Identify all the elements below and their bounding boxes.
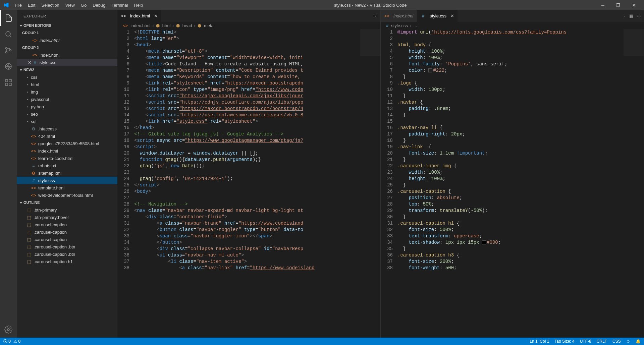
outline-item[interactable]: ⬚.carousel-caption	[17, 221, 117, 228]
file-tree-item[interactable]: ▸ img	[17, 88, 117, 96]
breadcrumb-2[interactable]: #style.css›...	[381, 22, 644, 29]
code-editor-1[interactable]: <!DOCTYPE html><html lang="en"><head> <m…	[134, 29, 360, 338]
editor-group-label: GROUP 2	[17, 44, 117, 51]
file-tree-item[interactable]: <>404.html	[17, 132, 117, 140]
breadcrumb-segment[interactable]: ⬢html	[156, 23, 171, 28]
menu-help[interactable]: Help	[131, 1, 146, 9]
workspace-header[interactable]: ▾NEW2	[17, 66, 117, 73]
svg-point-0	[6, 32, 10, 36]
menu-selection[interactable]: Selection	[39, 1, 62, 9]
minimize-button[interactable]: ─	[595, 0, 610, 10]
file-tree-item[interactable]: <>template.html	[17, 184, 117, 191]
tab-label: index.html	[130, 13, 150, 18]
file-tree-item[interactable]: ≡robots.txt	[17, 162, 117, 169]
status-language[interactable]: CSS	[612, 339, 621, 344]
outline-item[interactable]: ⬚.btn-primary:hover	[17, 214, 117, 221]
window-title: style.css - New2 - Visual Studio Code	[146, 3, 595, 8]
breadcrumb-segment[interactable]: ⬢head	[176, 23, 192, 28]
file-tree-item[interactable]: ▸ sql	[17, 118, 117, 125]
tab-style-css[interactable]: #style.css✕	[417, 10, 458, 22]
file-tree-item[interactable]: ▸ css	[17, 73, 117, 81]
file-tree-item[interactable]: <>index.html	[17, 147, 117, 155]
outline-header[interactable]: ▾OUTLINE	[17, 199, 117, 206]
outline-item[interactable]: ⬚.carousel-caption .btn	[17, 250, 117, 258]
extensions-icon[interactable]	[0, 74, 17, 91]
html-icon: <>	[121, 13, 126, 19]
sidebar-title: EXPLORER	[17, 10, 117, 22]
settings-icon[interactable]	[0, 322, 17, 338]
status-encoding[interactable]: UTF-8	[580, 339, 591, 344]
layout-icon[interactable]: ▦	[629, 13, 633, 18]
menu-terminal[interactable]: Terminal	[109, 1, 130, 9]
svg-rect-6	[5, 79, 8, 82]
file-tree-item[interactable]: <>learn-to-code.html	[17, 155, 117, 162]
file-tree-item[interactable]: ▸ html	[17, 81, 117, 88]
file-tree-item[interactable]: ⚙.htaccess	[17, 125, 117, 132]
tabs-group-2: <>index.html#style.css✕⫞▦⋯	[381, 10, 644, 22]
close-icon[interactable]: ✕	[154, 13, 158, 18]
breadcrumb-segment[interactable]: ⬢meta	[198, 23, 214, 28]
status-cursor[interactable]: Ln 1, Col 1	[530, 339, 549, 344]
svg-point-10	[7, 329, 9, 331]
breadcrumb-segment[interactable]: #style.css	[386, 23, 408, 28]
outline-item[interactable]: ⬚.carousel-caption	[17, 228, 117, 236]
breadcrumb-segment[interactable]: ...	[413, 23, 417, 28]
menu-debug[interactable]: Debug	[90, 1, 108, 9]
status-eol[interactable]: CRLF	[597, 339, 607, 344]
feedback-icon[interactable]: ☺	[626, 339, 630, 344]
status-tabsize[interactable]: Tab Size: 4	[554, 339, 574, 344]
more-icon[interactable]: ⋯	[373, 13, 378, 18]
minimap-2[interactable]	[624, 29, 644, 338]
file-tree-item[interactable]: <>web-development-tools.html	[17, 191, 117, 199]
titlebar: FileEditSelectionViewGoDebugTerminalHelp…	[0, 0, 644, 10]
close-button[interactable]: ✕	[626, 0, 641, 10]
activity-bar	[0, 10, 17, 338]
code-editor-2[interactable]: @import url('https://fonts.googleapis.co…	[397, 29, 624, 338]
menu-edit[interactable]: Edit	[25, 1, 38, 9]
file-tree-item[interactable]: ▸ javascript	[17, 96, 117, 103]
file-tree-item[interactable]: ⚙sitemap.xml	[17, 169, 117, 177]
svg-rect-9	[9, 79, 11, 82]
source-control-icon[interactable]	[0, 42, 17, 58]
tab-index-html[interactable]: <>index.html	[381, 10, 417, 22]
svg-point-3	[10, 50, 11, 51]
svg-point-1	[6, 48, 7, 49]
bell-icon[interactable]: 🔔	[636, 339, 641, 344]
file-tree-item[interactable]: ▸ seo	[17, 110, 117, 118]
editor-group-2: <>index.html#style.css✕⫞▦⋯ #style.css›..…	[381, 10, 644, 338]
file-tree-item[interactable]: <>googlecc752283459e5508.html	[17, 140, 117, 147]
status-bar: ⓧ 0 ⚠ 0 Ln 1, Col 1 Tab Size: 4 UTF-8 CR…	[0, 338, 644, 345]
breadcrumb-1[interactable]: <>index.html›⬢html›⬢head›⬢meta	[117, 22, 380, 29]
search-icon[interactable]	[0, 26, 17, 42]
menu-bar: FileEditSelectionViewGoDebugTerminalHelp	[12, 1, 146, 9]
menu-file[interactable]: File	[12, 1, 24, 9]
outline-item[interactable]: ⬚.carousel-caption	[17, 236, 117, 243]
sidebar: EXPLORER ▾OPEN EDITORS GROUP 1<>index.ht…	[17, 10, 117, 338]
tabs-group-1: <> index.html ✕ ⋯	[117, 10, 380, 22]
tab-index-html[interactable]: <> index.html ✕	[117, 10, 161, 22]
outline-item[interactable]: ⬚.carousel-caption .btn	[17, 243, 117, 250]
editor-group-1: <> index.html ✕ ⋯ <>index.html›⬢html›⬢he…	[117, 10, 381, 338]
minimap-1[interactable]	[360, 29, 380, 338]
editor-group-label: GROUP 1	[17, 29, 117, 37]
svg-rect-7	[5, 83, 8, 85]
outline-item[interactable]: ⬚.btn-primary	[17, 206, 117, 214]
breadcrumb-segment[interactable]: <>index.html	[123, 23, 150, 28]
debug-icon[interactable]	[0, 58, 17, 74]
file-tree-item[interactable]: ▸ python	[17, 103, 117, 110]
menu-go[interactable]: Go	[78, 1, 89, 9]
maximize-button[interactable]: ❐	[610, 0, 626, 10]
status-errors[interactable]: ⓧ 0	[3, 339, 11, 344]
split-icon[interactable]: ⫞	[624, 13, 626, 18]
open-editors-header[interactable]: ▾OPEN EDITORS	[17, 22, 117, 29]
open-editor-item[interactable]: <>index.html	[17, 51, 117, 59]
status-warnings[interactable]: ⚠ 0	[13, 339, 20, 344]
more-icon[interactable]: ⋯	[637, 13, 641, 18]
open-editor-item[interactable]: ✕#style.css	[17, 59, 117, 66]
file-tree-item[interactable]: #style.css	[17, 177, 117, 184]
outline-item[interactable]: ⬚.carousel-caption h1	[17, 258, 117, 265]
menu-view[interactable]: View	[63, 1, 77, 9]
editor-area: <> index.html ✕ ⋯ <>index.html›⬢html›⬢he…	[117, 10, 644, 338]
explorer-icon[interactable]	[0, 10, 17, 26]
open-editor-item[interactable]: <>index.html	[17, 37, 117, 44]
